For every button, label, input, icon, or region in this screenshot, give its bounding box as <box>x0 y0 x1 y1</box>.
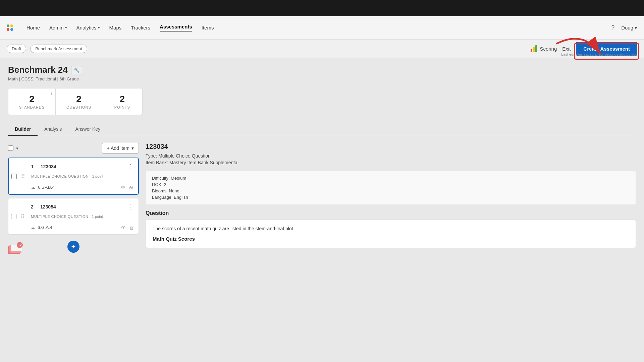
tab-answer-key[interactable]: Answer Key <box>68 123 107 136</box>
question-card-1[interactable]: ⠿ 1 123034 ⋮ MULTIPLE CHOICE QUESTION 1 … <box>8 158 139 195</box>
nav-assessments[interactable]: Assessments <box>160 24 192 32</box>
action-bar: Draft Benchmark Assessment Scoring Exit … <box>0 40 644 58</box>
left-panel: ▾ + Add Item ▾ ⠿ 1 123034 <box>8 143 139 254</box>
nav-admin[interactable]: Admin ▾ <box>49 25 67 31</box>
detail-id: 123034 <box>146 143 636 150</box>
benchmark-badge: Benchmark Assessment <box>30 45 87 53</box>
bar-green <box>535 45 537 52</box>
analytics-chevron: ▾ <box>98 25 100 30</box>
layers-icon[interactable]: 12 <box>8 242 23 254</box>
q1-number: 1 <box>31 164 38 169</box>
left-panel-footer: 12 + <box>8 239 139 254</box>
logo-dot-yellow <box>10 24 13 27</box>
q1-sub: MULTIPLE CHOICE QUESTION 1 point <box>26 173 138 182</box>
logo-dots <box>7 24 13 31</box>
points-label: POINTS <box>114 105 130 109</box>
stat-standards: ℹ 2 STANDARDS <box>8 88 56 115</box>
help-icon[interactable]: ? <box>611 24 614 31</box>
nav-items: Home Admin ▾ Analytics ▾ Maps Trackers A… <box>26 24 601 32</box>
points-number: 2 <box>120 94 125 105</box>
add-item-chevron: ▾ <box>131 145 134 151</box>
builder-tabs: Builder Analysis Answer Key <box>8 123 636 136</box>
detail-question-label: Question <box>146 210 636 216</box>
scoring-icon <box>531 45 537 52</box>
detail-blooms: Blooms: None <box>152 188 630 193</box>
main-nav: Home Admin ▾ Analytics ▾ Maps Trackers A… <box>0 16 644 40</box>
user-menu[interactable]: Doug ▾ <box>621 25 637 31</box>
q2-main: 2 123054 ⋮ MULTIPLE CHOICE QUESTION 1 po… <box>26 198 139 234</box>
q2-id: 123054 <box>40 204 125 209</box>
q1-header: 1 123034 ⋮ <box>26 158 138 173</box>
add-item-label: + Add Item <box>107 145 129 151</box>
add-question-button[interactable]: + <box>67 241 79 253</box>
detail-question-subtitle: Math Quiz Scores <box>153 236 629 242</box>
tab-analysis[interactable]: Analysis <box>38 123 68 136</box>
detail-dok: DOK: 2 <box>152 182 630 187</box>
nav-maps[interactable]: Maps <box>109 25 122 31</box>
q1-check-col <box>9 158 19 194</box>
nav-right: ? Doug ▾ <box>611 24 637 31</box>
q1-main: 1 123034 ⋮ MULTIPLE CHOICE QUESTION 1 po… <box>26 158 138 194</box>
q2-point: 1 point <box>92 215 103 219</box>
q1-view-icon[interactable]: 👁 <box>121 184 126 190</box>
detail-question-box: The scores of a recent math quiz are lis… <box>146 220 636 248</box>
q2-menu-icon[interactable]: ⋮ <box>128 203 134 210</box>
question-card-2[interactable]: ⠿ 2 123054 ⋮ MULTIPLE CHOICE QUESTION 1 … <box>8 198 139 235</box>
nav-analytics[interactable]: Analytics ▾ <box>76 25 100 31</box>
assessment-subtitle: Math | CCSS: Traditional | 6th Grade <box>8 76 636 81</box>
q1-footer: ☁ 6.SP.B.4 👁 🖨 <box>26 182 138 194</box>
q2-standard: 6.G.A.4 <box>38 225 118 230</box>
nav-home[interactable]: Home <box>26 25 40 31</box>
select-all-checkbox[interactable] <box>8 145 13 151</box>
scoring-button[interactable]: Scoring <box>531 45 557 52</box>
toolbar-row: ▾ + Add Item ▾ <box>8 143 139 154</box>
admin-chevron: ▾ <box>65 25 67 30</box>
q1-drag-handle[interactable]: ⠿ <box>19 158 26 194</box>
q1-actions: 👁 🖨 <box>121 184 133 190</box>
q1-type: MULTIPLE CHOICE QUESTION <box>31 174 89 178</box>
q2-check-col <box>8 198 19 234</box>
q1-standard: 6.SP.B.4 <box>38 185 118 190</box>
edit-title-icon[interactable]: 🔧 <box>71 66 82 74</box>
detail-meta: Difficulty: Medium DOK: 2 Blooms: None L… <box>146 171 636 205</box>
detail-bank: Item Bank: Mastery Item Bank Supplementa… <box>146 160 636 165</box>
q1-print-icon[interactable]: 🖨 <box>128 184 133 190</box>
standards-label: STANDARDS <box>19 105 45 109</box>
nav-trackers[interactable]: Trackers <box>131 25 150 31</box>
detail-type: Type: Multiple Choice Question <box>146 153 636 159</box>
q1-checkbox[interactable] <box>11 174 17 179</box>
bar-red <box>531 49 532 52</box>
assessment-title: Benchmark 24 <box>8 65 68 75</box>
main-content: Benchmark 24 🔧 Math | CCSS: Traditional … <box>0 58 644 362</box>
stats-row: ℹ 2 STANDARDS 2 QUESTIONS 2 POINTS <box>8 88 636 115</box>
last-saved-text: Last edit was saved a few seconds ago by… <box>561 52 637 56</box>
stat-points: 2 POINTS <box>102 88 143 115</box>
standards-number: 2 <box>29 94 35 105</box>
right-panel: 123034 Type: Multiple Choice Question It… <box>146 143 636 254</box>
q2-header: 2 123054 ⋮ <box>26 198 139 213</box>
standards-info-icon[interactable]: ℹ <box>51 91 53 96</box>
q2-drag-handle[interactable]: ⠿ <box>19 198 26 234</box>
add-item-button[interactable]: + Add Item ▾ <box>102 143 139 154</box>
q2-checkbox[interactable] <box>11 214 16 219</box>
stat-questions: 2 QUESTIONS <box>56 88 102 115</box>
q2-type: MULTIPLE CHOICE QUESTION <box>31 215 88 219</box>
nav-items[interactable]: Items <box>202 25 214 31</box>
q2-print-icon[interactable]: 🖨 <box>129 225 134 230</box>
detail-language: Language: English <box>152 195 630 200</box>
chevron-down-icon[interactable]: ▾ <box>16 146 18 151</box>
assessment-title-row: Benchmark 24 🔧 <box>8 65 636 75</box>
q2-view-icon[interactable]: 👁 <box>121 225 126 230</box>
q1-id: 123034 <box>41 164 125 169</box>
questions-number: 2 <box>76 94 82 105</box>
content-area: ▾ + Add Item ▾ ⠿ 1 123034 <box>8 143 636 254</box>
q1-menu-icon[interactable]: ⋮ <box>127 163 133 170</box>
app-logo[interactable] <box>7 24 13 31</box>
user-name: Doug <box>621 25 633 31</box>
tab-builder[interactable]: Builder <box>8 123 38 136</box>
q1-point: 1 point <box>92 174 103 178</box>
exit-button[interactable]: Exit <box>562 46 571 52</box>
logo-dot-red <box>7 28 9 31</box>
q1-standard-icon: ☁ <box>31 185 35 190</box>
logo-dot-green <box>7 24 9 27</box>
